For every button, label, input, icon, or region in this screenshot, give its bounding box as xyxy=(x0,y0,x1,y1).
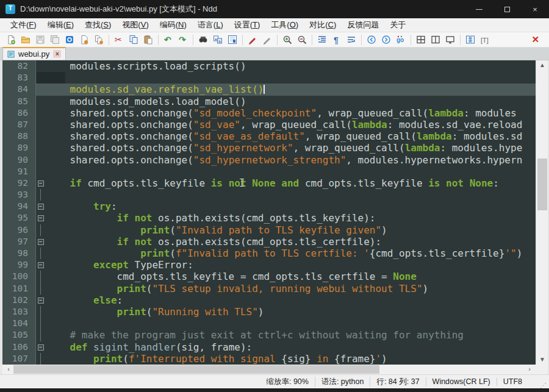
code-line[interactable]: 96 print("Invalid path to TLS keyfile gi… xyxy=(2,224,536,236)
save-as-icon[interactable] xyxy=(62,33,77,46)
menu-item[interactable]: 语言(L) xyxy=(192,18,229,32)
compare-icon[interactable] xyxy=(463,33,478,46)
code-line[interactable]: 102 else: xyxy=(2,294,536,306)
zoom-out-icon[interactable] xyxy=(295,33,309,46)
mark-icon[interactable] xyxy=(245,33,260,46)
code-line[interactable]: 104 xyxy=(2,318,536,329)
undo-icon[interactable]: ↶ xyxy=(161,33,176,46)
save-all-icon[interactable] xyxy=(48,33,62,46)
code-line[interactable]: 82 modules.scripts.load_scripts() xyxy=(2,60,536,72)
menu-item[interactable]: 编辑(E) xyxy=(42,18,79,32)
indent-icon[interactable] xyxy=(315,33,329,46)
code-line[interactable]: 99 except TypeError: xyxy=(2,259,536,271)
status-segment: 缩放率: 90% xyxy=(260,377,314,387)
redo-icon[interactable]: ↷ xyxy=(176,33,190,46)
toolbar-close-icon[interactable]: ✕ xyxy=(531,34,539,45)
scroll-up-icon[interactable]: ▲ xyxy=(536,60,548,70)
menu-item[interactable]: 查找(S) xyxy=(79,18,117,32)
scroll-down-icon[interactable]: ▼ xyxy=(536,355,548,365)
code-line[interactable]: 107 print(f'Interrupted with signal {sig… xyxy=(2,353,536,365)
window-split-icon[interactable] xyxy=(428,33,443,46)
word-wrap-icon[interactable] xyxy=(344,33,359,46)
code-line[interactable]: 105 # make the program just exit at ctrl… xyxy=(2,329,536,341)
code-line[interactable]: 83 xyxy=(2,72,536,84)
horizontal-scroll-thumb[interactable] xyxy=(13,365,379,374)
toolbar-separator xyxy=(460,35,461,45)
find-in-files-icon[interactable] xyxy=(225,33,240,46)
clear-mark-icon[interactable] xyxy=(260,33,274,46)
menu-item[interactable]: 设置(T) xyxy=(229,18,266,32)
fold-marker-icon[interactable] xyxy=(36,294,46,306)
fold-margin xyxy=(36,119,46,130)
code-line[interactable]: 89 shared.opts.onchange("sd_hypernetwork… xyxy=(2,142,536,154)
toolbar-separator xyxy=(193,35,193,45)
text-mode-icon[interactable]: [T] xyxy=(478,33,492,46)
code-line[interactable]: 84 modules.sd_vae.refresh_vae_list() xyxy=(2,84,536,95)
nav-forward-icon[interactable] xyxy=(379,33,393,46)
close-button[interactable]: × xyxy=(521,0,549,18)
code-line[interactable]: 100 cmd_opts.tls_keyfile = cmd_opts.tls_… xyxy=(2,271,536,282)
code-line[interactable]: 101 print("TLS setup invalid, running we… xyxy=(2,283,536,294)
minimize-button[interactable] xyxy=(465,0,493,18)
find-icon[interactable] xyxy=(196,33,210,46)
show-symbol-icon[interactable]: ¶ xyxy=(329,33,344,46)
goto-icon[interactable]: go xyxy=(393,33,408,46)
code-line[interactable]: 103 print("Running with TLS") xyxy=(2,306,536,318)
vertical-scroll-thumb[interactable] xyxy=(537,159,547,210)
fold-marker-icon[interactable] xyxy=(36,259,46,271)
code-text: print("TLS setup invalid, running webui … xyxy=(46,283,536,294)
code-line[interactable]: 94 try: xyxy=(2,201,536,212)
maximize-button[interactable] xyxy=(493,0,521,18)
menu-item[interactable]: 关于 xyxy=(384,18,411,32)
scroll-left-icon[interactable]: ‹ xyxy=(4,365,13,374)
menu-item[interactable]: 反馈问题 xyxy=(342,18,384,32)
menu-item[interactable]: 文件(F) xyxy=(5,18,42,32)
code-line[interactable]: 90 shared.opts.onchange("sd_hypernetwork… xyxy=(2,154,536,166)
code-line[interactable]: 91 xyxy=(2,166,536,177)
nav-back-icon[interactable] xyxy=(364,33,379,46)
toolbar-separator xyxy=(158,35,159,45)
paste-icon[interactable] xyxy=(141,33,156,46)
tab-close-icon[interactable]: × xyxy=(53,50,61,58)
toolbar-separator xyxy=(411,35,411,45)
close-all-docs-icon[interactable] xyxy=(92,33,106,46)
menu-item[interactable]: 编码(N) xyxy=(154,18,192,32)
window-grid-icon[interactable] xyxy=(414,33,428,46)
open-folder-icon[interactable] xyxy=(18,33,33,46)
fullscreen-icon[interactable] xyxy=(443,33,458,46)
menu-item[interactable]: 工具(O) xyxy=(265,18,304,32)
code-line[interactable]: 86 shared.opts.onchange("sd_model_checkp… xyxy=(2,107,536,119)
vertical-scrollbar[interactable]: ▲ ▼ xyxy=(536,60,548,365)
fold-marker-icon[interactable] xyxy=(36,212,46,224)
code-line[interactable]: 92 if cmd_opts.tls_keyfile is not None a… xyxy=(2,177,536,189)
line-number: 106 xyxy=(2,341,36,353)
close-doc-icon[interactable] xyxy=(77,33,92,46)
copy-icon[interactable] xyxy=(126,33,141,46)
code-line[interactable]: 106 def sigint_handler(sig, frame): xyxy=(2,341,536,353)
code-line[interactable]: 97 if not os.path.exists(cmd_opts.tls_ce… xyxy=(2,236,536,248)
menu-item[interactable]: 视图(V) xyxy=(117,18,154,32)
replace-icon[interactable]: ab xyxy=(210,33,225,46)
save-icon[interactable] xyxy=(33,33,48,46)
code-text: modules.sd_vae.refresh_vae_list() xyxy=(46,84,536,95)
code-line[interactable]: 85 modules.sd_models.load_model() xyxy=(2,96,536,107)
fold-marker-icon[interactable] xyxy=(36,177,46,189)
horizontal-scrollbar[interactable]: ‹ › xyxy=(2,365,536,374)
code-line[interactable]: 95 if not os.path.exists(cmd_opts.tls_ke… xyxy=(2,212,536,224)
scroll-right-icon[interactable]: › xyxy=(525,365,534,374)
fold-margin xyxy=(36,306,46,318)
fold-marker-icon[interactable] xyxy=(36,236,46,248)
code-line[interactable]: 87 shared.opts.onchange("sd_vae", wrap_q… xyxy=(2,119,536,130)
code-editor[interactable]: 82 modules.scripts.load_scripts()8384 mo… xyxy=(0,60,536,365)
cut-icon[interactable]: ✂ xyxy=(112,33,126,46)
fold-marker-icon[interactable] xyxy=(36,201,46,212)
fold-marker-icon[interactable] xyxy=(36,341,46,353)
zoom-in-icon[interactable] xyxy=(280,33,295,46)
menu-item[interactable]: 对比(C) xyxy=(304,18,342,32)
code-line[interactable]: 88 shared.opts.onchange("sd_vae_as_defau… xyxy=(2,130,536,142)
code-line[interactable]: 93 xyxy=(2,189,536,201)
code-line[interactable]: 98 print(f"Invalid path to TLS certfile:… xyxy=(2,248,536,259)
svg-text:✂: ✂ xyxy=(115,35,122,45)
new-file-icon[interactable] xyxy=(4,33,18,46)
tab-webui-py[interactable]: webui.py × xyxy=(2,47,66,60)
